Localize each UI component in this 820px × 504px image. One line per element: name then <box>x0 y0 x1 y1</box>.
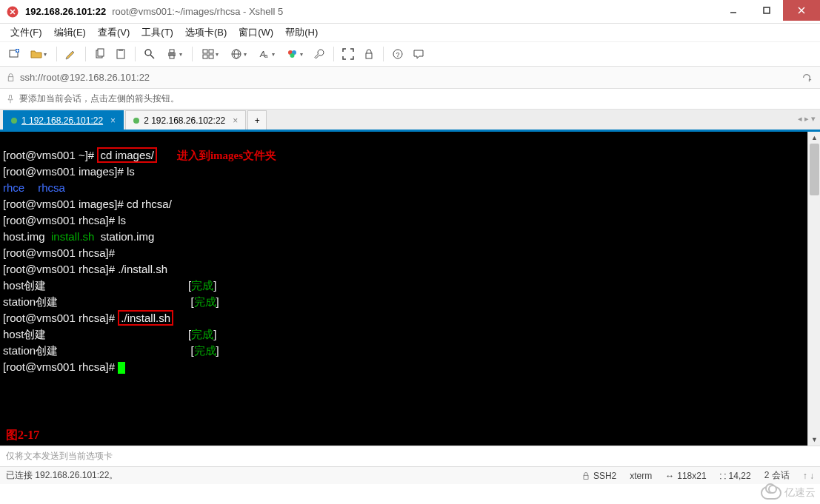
compose-placeholder: 仅将文本发送到当前选项卡 <box>6 450 113 463</box>
paste-button[interactable] <box>111 44 130 64</box>
dir-name: rhcsa <box>38 181 65 194</box>
svg-rect-28 <box>366 53 372 58</box>
properties-button[interactable] <box>61 44 81 64</box>
figure-label: 图2-17 <box>6 428 39 443</box>
address-url: ssh://root@192.168.26.101:22 <box>20 72 150 83</box>
svg-rect-14 <box>170 50 174 53</box>
maximize-button[interactable] <box>750 0 783 21</box>
scroll-up-icon[interactable]: ▲ <box>808 132 820 144</box>
svg-line-12 <box>150 55 154 58</box>
terminal[interactable]: [root@vms001 ~]# cd images/ 进入到images文件夹… <box>0 132 820 446</box>
tab-strip: 1 192.168.26.101:22 × 2 192.168.26.102:2… <box>0 110 820 132</box>
menu-window[interactable]: 窗口(W) <box>234 24 278 41</box>
bracket: ] <box>213 328 216 340</box>
svg-text:?: ? <box>396 51 400 58</box>
view-button[interactable]: ▾ <box>197 44 224 64</box>
status-connection: 已连接 192.168.26.101:22。 <box>6 469 118 482</box>
status-done: 完成 <box>194 295 216 308</box>
tools-button[interactable] <box>310 44 329 64</box>
highlighted-command: ./install.sh <box>118 310 173 326</box>
tab-session-1[interactable]: 1 192.168.26.101:22 × <box>3 110 124 130</box>
terminal-line: [root@vms001 rhcsa]# ./install.sh <box>3 263 167 275</box>
add-tab-button[interactable]: + <box>247 110 267 130</box>
globe-button[interactable]: ▾ <box>225 44 252 64</box>
watermark: 亿速云 <box>761 486 816 500</box>
terminal-line: [root@vms001 images]# ls <box>3 165 135 178</box>
bracket: ] <box>216 344 219 357</box>
pad: [ <box>46 328 191 340</box>
lock-icon <box>6 73 16 82</box>
scroll-down-icon[interactable]: ▼ <box>808 434 820 446</box>
svg-rect-19 <box>209 55 213 58</box>
terminal-line: [root@vms001 rhcsa]# ls <box>3 214 126 226</box>
status-cursor-pos: ⸬ 14,22 <box>720 471 751 481</box>
highlighted-command: cd images/ <box>97 147 157 163</box>
status-updown-icons[interactable]: ↑ ↓ <box>803 471 814 481</box>
copy-button[interactable] <box>90 44 110 64</box>
terminal-line: station创建 <box>3 344 58 357</box>
menu-view[interactable]: 查看(V) <box>93 24 134 41</box>
status-dot-icon <box>11 118 17 124</box>
dir-name: rhce <box>3 181 24 194</box>
scroll-thumb[interactable] <box>810 144 819 195</box>
reload-button[interactable] <box>799 73 814 83</box>
help-button[interactable]: ? <box>388 44 407 64</box>
pad: [ <box>58 295 193 308</box>
app-icon <box>6 5 19 19</box>
new-session-button[interactable] <box>4 44 24 64</box>
minimize-button[interactable] <box>716 0 750 21</box>
svg-rect-8 <box>98 49 104 56</box>
address-bar[interactable]: ssh://root@192.168.26.101:22 <box>0 67 820 89</box>
lock-button[interactable] <box>359 44 379 64</box>
menu-help[interactable]: 帮助(H) <box>281 24 322 41</box>
svg-rect-17 <box>209 50 213 53</box>
tip-bar: 要添加当前会话，点击左侧的箭头按钮。 <box>0 89 820 110</box>
bracket: ] <box>213 279 216 292</box>
menu-edit[interactable]: 编辑(E) <box>50 24 90 41</box>
terminal-scrollbar[interactable]: ▲ ▼ <box>807 132 820 446</box>
svg-text:a: a <box>264 53 268 59</box>
svg-rect-31 <box>8 77 13 81</box>
toolbar: ▾ ▾ ▾ ▾ Aa▾ ▾ ? <box>0 41 820 67</box>
prompt: [root@vms001 ~]# <box>3 149 97 161</box>
menu-file[interactable]: 文件(F) <box>6 24 47 41</box>
feedback-button[interactable] <box>409 44 428 64</box>
status-done: 完成 <box>191 328 213 340</box>
tab-nav-arrows[interactable]: ◂ ▸ ▾ <box>798 114 816 124</box>
menu-tools[interactable]: 工具(T) <box>137 24 178 41</box>
svg-rect-16 <box>203 50 207 53</box>
print-button[interactable]: ▾ <box>161 44 187 64</box>
status-bar: 已连接 192.168.26.101:22。 SSH2 xterm ↔ 118x… <box>0 466 820 484</box>
pad: [ <box>58 344 193 357</box>
watermark-text: 亿速云 <box>784 486 816 500</box>
cloud-icon <box>761 486 781 500</box>
fullscreen-button[interactable] <box>339 44 358 64</box>
font-button[interactable]: Aa▾ <box>253 44 280 64</box>
pad: [ <box>46 279 191 292</box>
status-done: 完成 <box>194 344 216 357</box>
pin-icon[interactable] <box>6 95 15 104</box>
tab-close-icon[interactable]: × <box>233 115 238 126</box>
executable-name: install.sh <box>51 230 94 243</box>
find-button[interactable] <box>140 44 159 64</box>
titlebar: 192.168.26.101:22 root@vms001:~/images/r… <box>0 0 820 24</box>
tip-text: 要添加当前会话，点击左侧的箭头按钮。 <box>19 93 179 105</box>
svg-rect-2 <box>764 7 770 13</box>
open-button[interactable]: ▾ <box>25 44 52 64</box>
annotation: 进入到images文件夹 <box>177 149 276 161</box>
color-scheme-button[interactable]: ▾ <box>281 44 308 64</box>
title-ip: 192.168.26.101:22 <box>25 6 106 17</box>
tab-close-icon[interactable]: × <box>110 115 116 126</box>
compose-bar[interactable]: 仅将文本发送到当前选项卡 <box>0 446 820 466</box>
close-button[interactable] <box>783 0 820 21</box>
svg-rect-15 <box>170 56 174 58</box>
terminal-line: host创建 <box>3 328 46 340</box>
tab-session-2[interactable]: 2 192.168.26.102:22 × <box>125 110 246 130</box>
title-path: root@vms001:~/images/rhcsa - Xshell 5 <box>112 6 283 17</box>
svg-rect-18 <box>203 55 207 58</box>
cursor <box>118 362 125 374</box>
menu-tabs[interactable]: 选项卡(B) <box>181 24 231 41</box>
status-size: ↔ 118x21 <box>665 471 706 481</box>
status-session-count: 2 会话 <box>764 469 790 482</box>
bracket: ] <box>216 295 219 308</box>
